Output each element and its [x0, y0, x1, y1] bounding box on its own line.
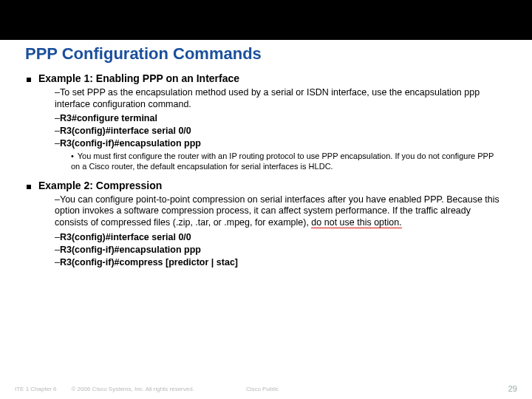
example2-body: –You can configure point-to-point compre…: [55, 194, 499, 267]
slide-content: PPP Configuration Commands Example 1: En…: [0, 40, 532, 267]
example1-cmd3: –R3(config-if)#encapsulation ppp: [55, 138, 499, 149]
cmd-text: R3(config-if)#compress [predictor | stac…: [60, 257, 238, 267]
example1-note: • You must first configure the router wi…: [71, 151, 499, 172]
cmd-text: R3(config-if)#encapsulation ppp: [60, 245, 201, 255]
example1-note-block: • You must first configure the router wi…: [71, 151, 499, 172]
example1-body: –To set PPP as the encapsulation method …: [55, 87, 499, 149]
intro-pre: –You can configure point-to-point compre…: [55, 194, 499, 228]
footer-left: ITE 1 Chapter 6: [15, 386, 56, 392]
example1-heading: Example 1: Enabling PPP on an Interface: [38, 72, 239, 84]
example2-cmd1: –R3(config)#interface serial 0/0: [55, 232, 499, 242]
example1-heading-row: Example 1: Enabling PPP on an Interface: [27, 72, 507, 84]
example2-cmd3: –R3(config-if)#compress [predictor | sta…: [55, 257, 499, 267]
dot-icon: •: [71, 151, 74, 162]
footer-public: Cisco Public: [246, 386, 279, 392]
example2-cmd2: –R3(config-if)#encapsulation ppp: [55, 245, 499, 255]
example2-heading: Example 2: Compression: [38, 180, 162, 191]
example2-intro: –You can configure point-to-point compre…: [55, 194, 499, 229]
bullet-icon: [27, 185, 31, 189]
example2-heading-row: Example 2: Compression: [27, 180, 507, 191]
top-black-bar: [0, 0, 532, 40]
example1-cmd2: –R3(config)#interface serial 0/0: [55, 126, 499, 136]
example1-intro: –To set PPP as the encapsulation method …: [55, 87, 499, 110]
cmd-text: R3#configure terminal: [60, 113, 157, 123]
note-text: You must first configure the router with…: [71, 151, 494, 171]
intro-underlined: do not use this option.: [311, 217, 401, 228]
cmd-text: R3(config)#interface serial 0/0: [60, 126, 191, 136]
footer: ITE 1 Chapter 6 © 2006 Cisco Systems, In…: [0, 384, 532, 393]
cmd-text: R3(config-if)#encapsulation ppp: [60, 138, 201, 149]
slide-title: PPP Configuration Commands: [25, 44, 507, 64]
cmd-text: R3(config)#interface serial 0/0: [60, 232, 191, 242]
bullet-icon: [27, 78, 31, 82]
example1-cmd1: –R3#configure terminal: [55, 113, 499, 123]
footer-copyright: © 2006 Cisco Systems, Inc. All rights re…: [71, 386, 194, 392]
page-number: 29: [508, 384, 517, 393]
